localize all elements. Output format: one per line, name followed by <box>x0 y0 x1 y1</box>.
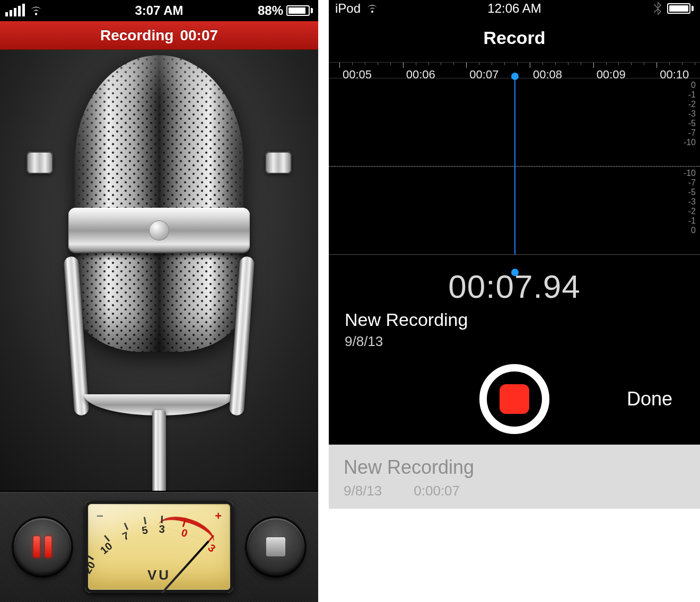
recording-banner: Recording 00:07 <box>0 21 318 50</box>
mic-knob-left <box>27 152 53 174</box>
mic-head <box>75 55 243 352</box>
mic-band <box>68 208 250 253</box>
recording-name: New Recording <box>345 309 684 330</box>
bottom-control-panel: − + 201075303 VU <box>0 491 318 602</box>
mic-knob-right <box>265 152 292 174</box>
recording-date: 9/8/13 <box>345 330 684 350</box>
battery-icon <box>286 5 313 16</box>
stop-icon <box>266 537 285 556</box>
screen-title: Record <box>329 17 700 62</box>
waveform-area[interactable]: 0-1-2-3-5-7-10 -10-7-5-3-2-10 <box>329 78 700 254</box>
status-time: 3:07 AM <box>0 3 318 18</box>
stop-button[interactable] <box>247 518 304 576</box>
record-stop-button[interactable] <box>479 364 549 434</box>
ios7-voice-memos-screen: iPod 12:06 AM Record 00:0500:0600:0700:0… <box>329 0 700 602</box>
vu-meter: − + 201075303 VU <box>85 501 233 593</box>
vu-label: VU <box>85 567 233 583</box>
recording-metadata: New Recording 9/8/13 <box>329 307 700 350</box>
recordings-list: New Recording 9/8/13 0:00:07 <box>329 445 700 509</box>
record-controls: Done <box>329 360 700 445</box>
status-bar: 3:07 AM 88% <box>0 0 318 21</box>
battery-icon <box>667 3 694 14</box>
db-scale-top: 0-1-2-3-5-7-10 <box>684 81 696 147</box>
status-bar: iPod 12:06 AM <box>329 0 700 17</box>
list-item-name: New Recording <box>344 456 685 479</box>
recording-elapsed: 00:07 <box>180 27 218 44</box>
microphone-illustration <box>48 55 270 532</box>
list-empty-area <box>329 509 700 602</box>
stop-icon <box>500 384 529 414</box>
pause-button[interactable] <box>14 518 71 576</box>
ios6-voice-memos-screen: 3:07 AM 88% Recording 00:07 <box>0 0 318 602</box>
bluetooth-icon <box>653 2 662 15</box>
status-time: 12:06 AM <box>329 0 700 17</box>
done-button[interactable]: Done <box>627 388 672 410</box>
recording-label: Recording <box>100 27 173 44</box>
list-item[interactable]: New Recording 9/8/13 0:00:07 <box>329 445 700 509</box>
list-item-duration: 0:00:07 <box>414 483 460 499</box>
mic-logo-icon <box>149 220 169 241</box>
db-scale-bottom: -10-7-5-3-2-10 <box>684 169 696 235</box>
elapsed-time: 00:07.94 <box>329 255 700 307</box>
list-item-date: 9/8/13 <box>344 483 382 499</box>
pause-icon <box>33 536 51 557</box>
playhead-indicator[interactable] <box>514 78 515 254</box>
